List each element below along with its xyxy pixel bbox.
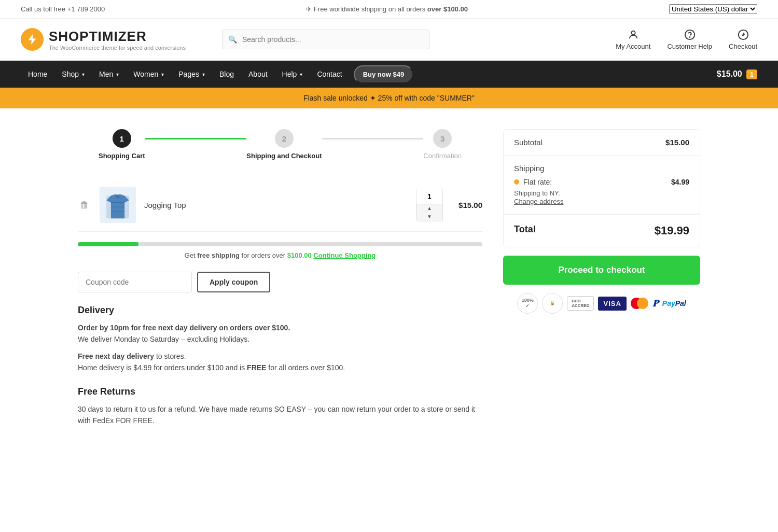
checkout-icon <box>738 29 749 40</box>
nav-cart[interactable]: $15.00 1 <box>717 69 757 79</box>
continue-shopping-link[interactable]: Continue Shopping <box>313 251 376 259</box>
step-1: 1 Shopping Cart <box>99 129 145 160</box>
subtotal-label: Subtotal <box>514 138 543 147</box>
trust-badge-secure: 🔒 <box>542 293 563 314</box>
search-bar: 🔍 <box>222 30 429 49</box>
step-2-circle: 2 <box>275 129 294 148</box>
paypal-p-icon: 𝐏 <box>652 298 658 309</box>
ship-to-text: Shipping to NY. <box>514 189 689 197</box>
header: SHOPTIMIZER The WooCommerce theme for sp… <box>0 19 778 61</box>
proceed-to-checkout-button[interactable]: Proceed to checkout <box>503 256 700 285</box>
visa-badge: VISA <box>598 297 626 311</box>
quantity-control[interactable]: ▲ ▼ <box>416 189 443 221</box>
free-returns-text: 30 days to return it to us for a refund.… <box>78 403 482 427</box>
change-address-link[interactable]: Change address <box>514 198 563 205</box>
trust-badges: 100%✓ 🔒 BBBACCRED VISA 𝐏 PayPal <box>503 293 700 314</box>
cart-item: 🗑 Jogging Top ▲ ▼ <box>78 178 482 232</box>
subtotal-row: Subtotal $15.00 <box>504 130 700 156</box>
buy-now-button[interactable]: Buy now $49 <box>354 65 413 83</box>
trust-badge-100: 100%✓ <box>517 293 538 314</box>
shipping-bar-background <box>78 242 482 246</box>
logo-icon <box>21 28 44 51</box>
qty-arrows: ▲ ▼ <box>416 204 442 221</box>
coupon-input[interactable] <box>78 272 192 292</box>
step-3-label: Confirmation <box>423 152 462 160</box>
mastercard-badge <box>631 298 648 309</box>
svg-point-2 <box>689 37 690 37</box>
step-2: 2 Shipping and Checkout <box>246 129 322 160</box>
step-line-1 <box>145 138 247 139</box>
cart-count-badge: 1 <box>746 69 757 79</box>
header-actions: My Account Customer Help Checkout <box>616 29 757 50</box>
apply-coupon-button[interactable]: Apply coupon <box>197 272 270 292</box>
phone-text: Call us toll free +1 789 2000 <box>21 5 105 13</box>
help-icon <box>684 29 696 40</box>
nav-pages[interactable]: Pages ▾ <box>171 61 212 88</box>
nav-shop[interactable]: Shop ▾ <box>54 61 92 88</box>
flash-banner: Flash sale unlocked ✦ 25% off with code … <box>0 88 778 108</box>
coupon-row: Apply coupon <box>78 272 482 292</box>
nav-blog[interactable]: Blog <box>212 61 241 88</box>
delivery-title: Delivery <box>78 305 482 316</box>
step-line-2 <box>322 138 424 139</box>
shipping-message: Get free shipping for orders over $100.0… <box>78 251 482 259</box>
order-sidebar: Subtotal $15.00 Shipping Flat rate: $4.9… <box>503 129 700 431</box>
flat-rate-row: Flat rate: $4.99 <box>514 178 689 186</box>
step-1-label: Shopping Cart <box>99 152 145 160</box>
product-price: $15.00 <box>451 201 482 209</box>
product-image <box>100 187 136 223</box>
step-3-circle: 3 <box>433 129 452 148</box>
total-value: $19.99 <box>655 224 689 237</box>
customer-help-link[interactable]: Customer Help <box>667 29 712 50</box>
checkout-steps: 1 Shopping Cart 2 Shipping and Checkout … <box>99 129 462 160</box>
total-label: Total <box>514 224 536 237</box>
delivery-text-1: Order by 10pm for free next day delivery… <box>78 322 482 345</box>
logo[interactable]: SHOPTIMIZER The WooCommerce theme for sp… <box>21 28 186 51</box>
step-1-circle: 1 <box>113 129 131 148</box>
nav-home[interactable]: Home <box>21 61 54 88</box>
nav-help[interactable]: Help ▾ <box>275 61 310 88</box>
order-summary: Subtotal $15.00 Shipping Flat rate: $4.9… <box>503 129 700 247</box>
step-2-label: Shipping and Checkout <box>246 152 322 160</box>
subtotal-value: $15.00 <box>665 138 689 147</box>
qty-up-button[interactable]: ▲ <box>416 204 442 213</box>
nav-men[interactable]: Men ▾ <box>92 61 126 88</box>
nav-women[interactable]: Women ▾ <box>126 61 171 88</box>
currency-selector[interactable]: United States (US) dollar <box>669 4 757 14</box>
shipping-summary: Shipping Flat rate: $4.99 Shipping to NY… <box>504 156 700 214</box>
remove-item-button[interactable]: 🗑 <box>78 198 91 213</box>
quantity-input[interactable] <box>416 189 442 204</box>
shipping-progress: Get free shipping for orders over $100.0… <box>78 242 482 259</box>
free-returns-title: Free Returns <box>78 386 482 397</box>
logo-text: SHOPTIMIZER The WooCommerce theme for sp… <box>49 29 186 51</box>
checkout-link[interactable]: Checkout <box>729 29 757 50</box>
bolt-icon <box>26 33 38 46</box>
main-content: 1 Shopping Cart 2 Shipping and Checkout … <box>57 108 721 452</box>
nav-contact[interactable]: Contact <box>310 61 349 88</box>
svg-point-0 <box>631 31 635 34</box>
main-nav: Home Shop ▾ Men ▾ Women ▾ Pages ▾ Blog A… <box>0 61 778 88</box>
my-account-link[interactable]: My Account <box>616 29 650 50</box>
nav-about[interactable]: About <box>241 61 275 88</box>
total-row: Total $19.99 <box>504 214 700 247</box>
account-icon <box>628 29 639 40</box>
delivery-text-2: Free next day delivery to stores. Home d… <box>78 351 482 374</box>
product-img-svg <box>102 187 133 223</box>
paypal-badge: PayPal <box>662 299 686 307</box>
flat-rate-indicator <box>514 179 519 185</box>
cart-section: 1 Shopping Cart 2 Shipping and Checkout … <box>78 129 482 431</box>
svg-point-5 <box>116 195 120 199</box>
product-name: Jogging Top <box>144 201 408 209</box>
bbb-badge: BBBACCRED <box>567 296 594 311</box>
search-input[interactable] <box>222 30 429 49</box>
search-icon: 🔍 <box>228 35 237 44</box>
shipping-bar-fill <box>78 242 138 246</box>
flat-rate-label: Flat rate: <box>523 178 552 186</box>
flat-rate-price: $4.99 <box>671 178 689 186</box>
qty-down-button[interactable]: ▼ <box>416 213 442 221</box>
shipping-summary-label: Shipping <box>514 164 689 173</box>
shipping-notice: ✈ Free worldwide shipping on all orders … <box>306 5 468 13</box>
step-3: 3 Confirmation <box>423 129 462 160</box>
top-bar: Call us toll free +1 789 2000 ✈ Free wor… <box>0 0 778 19</box>
mc-orange-circle <box>637 298 648 309</box>
